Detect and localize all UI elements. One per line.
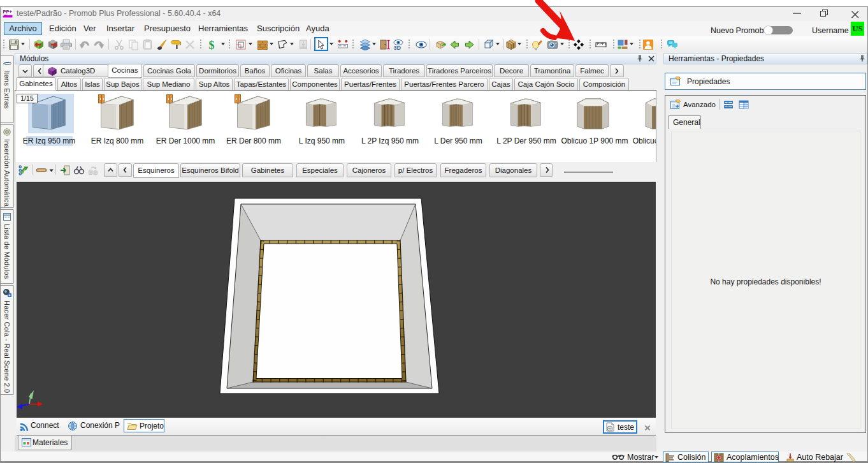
- svg-text:$: $: [209, 39, 215, 50]
- svg-text:PP+: PP+: [3, 9, 13, 15]
- svg-text:3D: 3D: [394, 45, 401, 50]
